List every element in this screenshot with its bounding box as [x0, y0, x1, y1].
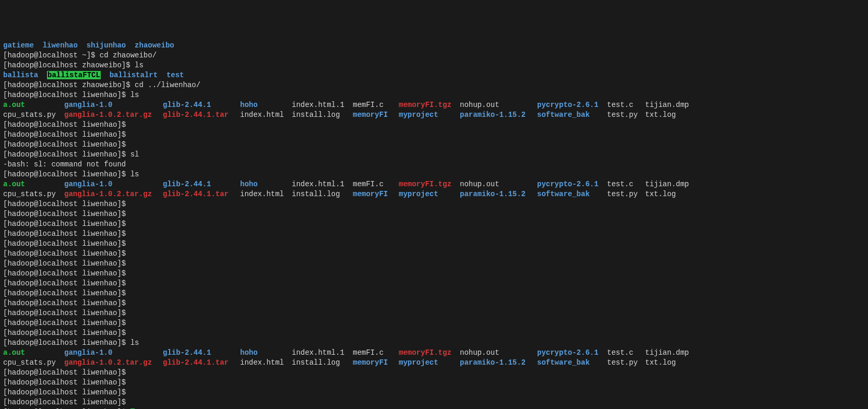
terminal-line: [hadoop@localhost liwenhao]$ ls: [3, 90, 865, 100]
terminal-line: cpu_stats.pyganglia-1.0.2.tar.gzglib-2.4…: [3, 110, 865, 120]
terminal-line: [hadoop@localhost ~]$ cd zhaoweibo/: [3, 51, 865, 61]
terminal-line: [hadoop@localhost liwenhao]$: [3, 298, 865, 308]
terminal-line: [hadoop@localhost liwenhao]$: [3, 388, 865, 398]
terminal-line: a.outganglia-1.0glib-2.44.1hohoindex.htm…: [3, 179, 865, 189]
terminal-line: [hadoop@localhost liwenhao]$ ls: [3, 338, 865, 348]
terminal-line: [hadoop@localhost liwenhao]$: [3, 269, 865, 279]
terminal-line: [hadoop@localhost liwenhao]$: [3, 328, 865, 338]
terminal-line: [hadoop@localhost liwenhao]$: [3, 199, 865, 209]
terminal-output[interactable]: gatieme liwenhao shijunhao zhaoweibo[had…: [3, 41, 865, 409]
terminal-line: [hadoop@localhost liwenhao]$: [3, 308, 865, 318]
terminal-line: a.outganglia-1.0glib-2.44.1hohoindex.htm…: [3, 348, 865, 358]
terminal-line: [hadoop@localhost liwenhao]$: [3, 120, 865, 130]
terminal-line: cpu_stats.pyganglia-1.0.2.tar.gzglib-2.4…: [3, 189, 865, 199]
terminal-line: [hadoop@localhost liwenhao]$: [3, 209, 865, 219]
terminal-line: [hadoop@localhost zhaoweibo]$ ls: [3, 61, 865, 70]
terminal-line: [hadoop@localhost liwenhao]$: [3, 219, 865, 229]
terminal-line: [hadoop@localhost zhaoweibo]$ cd ../liwe…: [3, 80, 865, 90]
terminal-line: [hadoop@localhost liwenhao]$: [3, 378, 865, 388]
terminal-line: [hadoop@localhost liwenhao]$: [3, 398, 865, 407]
terminal-line: [hadoop@localhost liwenhao]$: [3, 368, 865, 378]
terminal-line: [hadoop@localhost liwenhao]$ sl: [3, 150, 865, 160]
terminal-line: [hadoop@localhost liwenhao]$: [3, 279, 865, 288]
terminal-line: [hadoop@localhost liwenhao]$: [3, 140, 865, 150]
terminal-line: [hadoop@localhost liwenhao]$: [3, 259, 865, 269]
terminal-line: -bash: sl: command not found: [3, 160, 865, 170]
terminal-line: [hadoop@localhost liwenhao]$ ls: [3, 170, 865, 179]
terminal-line: [hadoop@localhost liwenhao]$: [3, 229, 865, 239]
terminal-line: cpu_stats.pyganglia-1.0.2.tar.gzglib-2.4…: [3, 358, 865, 368]
terminal-line: gatieme liwenhao shijunhao zhaoweibo: [3, 41, 865, 51]
terminal-line: [hadoop@localhost liwenhao]$: [3, 130, 865, 140]
terminal-line: ballista ballistaFTCL ballistalrt test: [3, 70, 865, 80]
terminal-line: [hadoop@localhost liwenhao]$: [3, 249, 865, 259]
terminal-line: [hadoop@localhost liwenhao]$: [3, 288, 865, 298]
terminal-line: a.outganglia-1.0glib-2.44.1hohoindex.htm…: [3, 100, 865, 110]
terminal-line: [hadoop@localhost liwenhao]$: [3, 239, 865, 249]
terminal-line: [hadoop@localhost liwenhao]$: [3, 318, 865, 328]
